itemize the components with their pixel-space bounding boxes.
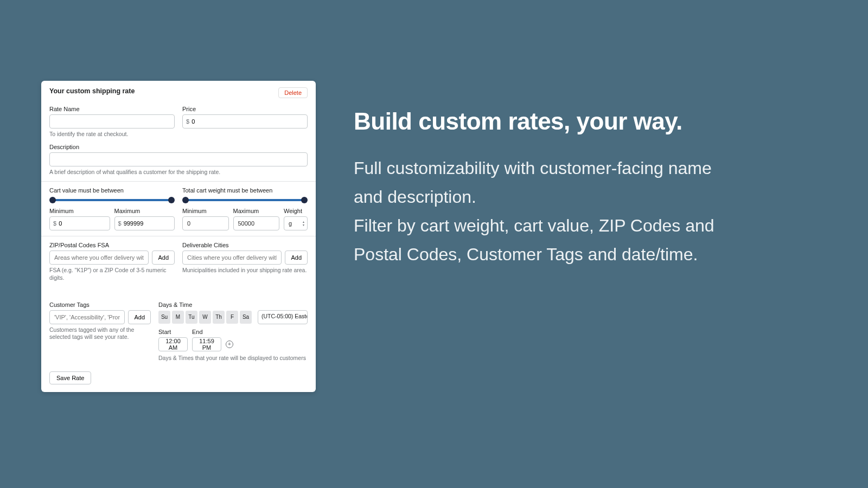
cart-value-max-wrapper[interactable]: $ <box>114 216 175 230</box>
zip-input[interactable] <box>49 251 149 265</box>
tags-add-button[interactable]: Add <box>128 310 151 324</box>
day-chip-th[interactable]: Th <box>213 311 225 324</box>
tags-label: Customer Tags <box>49 301 151 308</box>
cities-label: Deliverable Cities <box>182 242 308 248</box>
rate-name-label: Rate Name <box>49 106 175 112</box>
weight-unit-label: Weight <box>284 208 308 214</box>
tags-help: Customers tagged with any of the selecte… <box>49 326 151 341</box>
cart-weight-slider[interactable] <box>186 199 304 201</box>
divider <box>41 236 316 236</box>
zip-label: ZIP/Postal Codes FSA <box>49 242 175 248</box>
card-title: Your custom shipping rate <box>49 87 135 95</box>
days-label: Days & Time <box>158 301 308 308</box>
delete-button[interactable]: Delete <box>278 87 308 98</box>
rate-name-help: To identify the rate at checkout. <box>49 131 175 138</box>
cart-value-min-input[interactable] <box>59 220 106 227</box>
tags-input[interactable] <box>49 310 125 324</box>
marketing-pane: Build custom rates, your way. Full custo… <box>354 108 733 269</box>
cart-value-min-label: Minimum <box>49 208 110 214</box>
cart-value-label: Cart value must be between <box>49 187 175 194</box>
stepper-icon: ▴▾ <box>303 220 304 227</box>
cart-weight-label: Total cart weight must be between <box>182 187 308 194</box>
cart-value-min-wrapper[interactable]: $ <box>49 216 110 230</box>
shipping-rate-card: Your custom shipping rate Delete Rate Na… <box>41 81 316 392</box>
price-input[interactable] <box>192 118 304 125</box>
cart-value-slider[interactable] <box>53 199 171 201</box>
cart-value-max-input[interactable] <box>124 220 171 227</box>
weight-max-label: Maximum <box>233 208 280 214</box>
cities-help: Municipalities included in your shipping… <box>182 267 308 274</box>
price-label: Price <box>182 106 308 112</box>
day-chip-m[interactable]: M <box>172 311 184 324</box>
day-chip-su[interactable]: Su <box>158 311 170 324</box>
end-time-input[interactable]: 11:59 PM <box>192 337 221 351</box>
zip-add-button[interactable]: Add <box>152 251 175 265</box>
marketing-headline: Build custom rates, your way. <box>354 108 733 134</box>
zip-help: FSA (e.g. "K1P") or a ZIP Code of 3-5 nu… <box>49 267 175 281</box>
days-row: Su M Tu W Th F Sa (UTC-05:00) Eastern T <box>158 310 308 324</box>
card-header: Your custom shipping rate Delete <box>49 87 308 98</box>
rate-name-input[interactable] <box>49 114 175 129</box>
cities-add-button[interactable]: Add <box>285 251 308 265</box>
timezone-select[interactable]: (UTC-05:00) Eastern T <box>258 310 308 324</box>
start-time-input[interactable]: 12:00 AM <box>158 337 188 351</box>
divider <box>41 181 316 182</box>
weight-min-input[interactable] <box>182 216 229 230</box>
end-label: End <box>192 329 221 335</box>
save-rate-button[interactable]: Save Rate <box>49 371 91 384</box>
description-help: A brief description of what qualifies a … <box>49 169 308 176</box>
price-input-wrapper[interactable]: $ <box>182 114 308 129</box>
day-chip-w[interactable]: W <box>199 311 211 324</box>
marketing-body: Full customizability with customer-facin… <box>354 154 733 268</box>
day-chip-tu[interactable]: Tu <box>186 311 197 324</box>
start-label: Start <box>158 329 188 335</box>
weight-max-input[interactable] <box>233 216 280 230</box>
add-time-icon[interactable]: + <box>226 341 233 348</box>
day-chip-f[interactable]: F <box>226 311 238 324</box>
day-chip-sa[interactable]: Sa <box>240 311 252 324</box>
description-input[interactable] <box>49 152 308 166</box>
cities-input[interactable] <box>182 251 282 265</box>
cart-value-max-label: Maximum <box>114 208 175 214</box>
description-label: Description <box>49 144 308 150</box>
days-help: Days & Times that your rate will be disp… <box>158 355 308 362</box>
currency-prefix: $ <box>186 118 189 125</box>
weight-min-label: Minimum <box>182 208 229 214</box>
